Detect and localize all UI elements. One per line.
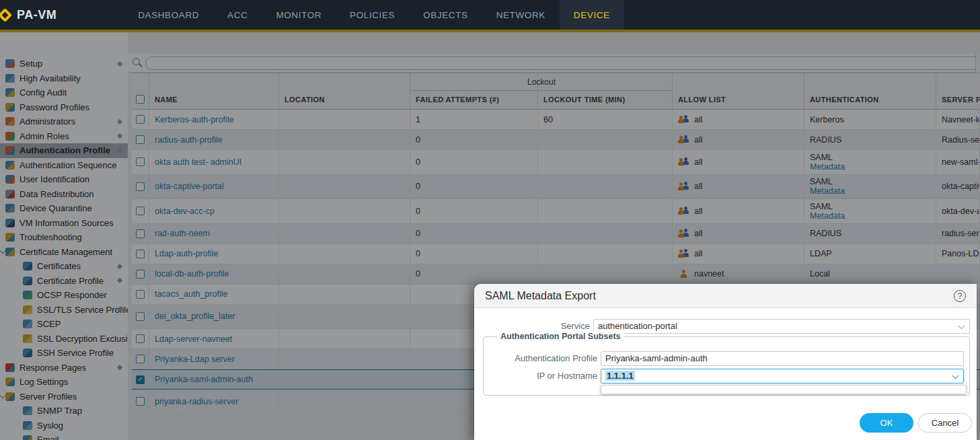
brand-name: PA-VM	[17, 8, 56, 22]
nav-tab-acc[interactable]: ACC	[213, 0, 262, 30]
chevron-down-icon	[952, 373, 959, 379]
nav-tab-device[interactable]: DEVICE	[560, 0, 624, 30]
ip-or-hostname-label: IP or Hostname	[490, 369, 597, 383]
ok-button[interactable]: OK	[860, 413, 913, 433]
nav-tab-policies[interactable]: POLICIES	[336, 0, 409, 30]
service-select-value: authentication-portal	[598, 321, 677, 331]
brand: PA-VM	[4, 8, 56, 22]
authentication-profile-label: Authentication Profile	[490, 351, 597, 366]
nav-tab-objects[interactable]: OBJECTS	[409, 0, 482, 30]
ip-or-hostname-combobox[interactable]: 1.1.1.1	[601, 369, 964, 383]
dialog-header: SAML Metadata Export ?	[474, 284, 977, 308]
cancel-button[interactable]: Cancel	[918, 413, 972, 433]
saml-metadata-export-dialog: SAML Metadata Export ? Service authentic…	[474, 284, 977, 440]
authentication-profile-input[interactable]: Priyanka-saml-admin-auth	[601, 351, 964, 366]
help-icon[interactable]: ?	[954, 290, 966, 302]
chevron-down-icon	[958, 323, 965, 330]
nav-tab-dashboard[interactable]: DASHBOARD	[124, 0, 213, 30]
ip-or-hostname-value: 1.1.1.1	[605, 371, 635, 381]
nav-tabs: DASHBOARDACCMONITORPOLICIESOBJECTSNETWOR…	[124, 0, 624, 30]
ip-suggestion-listbox[interactable]	[601, 385, 967, 394]
authentication-profile-value: Priyanka-saml-admin-auth	[605, 353, 708, 363]
nav-tab-network[interactable]: NETWORK	[482, 0, 560, 30]
top-navbar: PA-VM DASHBOARDACCMONITORPOLICIESOBJECTS…	[0, 0, 980, 30]
service-select[interactable]: authentication-portal	[593, 319, 970, 334]
group-legend: Authentication Portal Subsets	[497, 332, 624, 341]
dialog-title: SAML Metadata Export	[485, 290, 596, 302]
nav-tab-monitor[interactable]: MONITOR	[262, 0, 336, 30]
app-window: PA-VM DASHBOARDACCMONITORPOLICIESOBJECTS…	[0, 0, 980, 440]
pan-logo-icon	[0, 7, 12, 22]
